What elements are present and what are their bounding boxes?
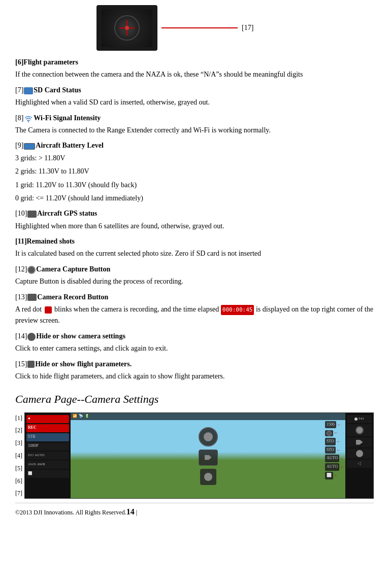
side-labels: [1] [2] [3] [4] [5] [6] [7] [15,412,22,499]
s13-header: Camera Record Button [37,293,108,301]
s9-body4: 0 grid: <= 11.20V (should land immediate… [15,193,374,204]
topbar-gps: 📡 [79,413,83,419]
ro-4: STO ← [325,446,344,454]
lp-item-6-val: AWB [37,462,45,467]
lp-item-5-val: AUTO [35,453,44,458]
footer-pipe: | [135,509,137,516]
s12-body: Capture Button is disabled during the pr… [15,276,374,287]
record-button-overlay[interactable] [199,449,218,466]
rp-settings[interactable] [347,448,372,459]
rp-back[interactable]: ◁ [347,460,372,468]
s9-prefix: [9] [15,142,23,149]
s13-body-middle: blinks when the camera is recording, and… [54,305,219,313]
footer: ©2013 DJI Innovations. All Rights Reserv… [15,503,374,518]
s10-prefix: [10] [15,210,27,217]
ro-6-label: AUTO [325,463,339,471]
s6-body: If the connection between the camera and… [15,69,374,80]
s10-header: Aircraft GPS status [37,210,97,217]
s9-body2: 2 grids: 11.30V to 11.80V [15,166,374,177]
label-2: [2] [15,426,22,435]
section-15: [15]Hide or show flight parameters. Clic… [15,359,374,383]
lp-item-1: ● [26,415,69,423]
s14-prefix: [14] [15,332,27,340]
s14-body: Click to enter camera settings, and clic… [15,343,374,354]
capture-button-inner [204,432,213,441]
right-panel: S41 ◁ [345,413,373,498]
ro-1-arrow: ← [337,421,341,428]
lp-item-3: STB [26,433,69,441]
label-5: [5] [15,464,22,473]
ro-1: 1506 ← [325,421,344,429]
settings-button-overlay[interactable] [200,469,216,485]
s13-prefix: [13] [15,293,27,301]
section-13: [13]Camera Record Button A red dot blink… [15,292,374,327]
camera-page-section: Camera Page--Camera Settings [1] [2] [3]… [15,390,374,498]
capture-button-overlay[interactable] [199,427,218,446]
lp-item-7: ⬜ [26,470,69,478]
lp-item-4: 1080P [26,442,69,451]
ro-1-label: 1506 [325,421,336,429]
lp-item-7-text: ⬜ [28,471,33,476]
battery-icon [24,143,35,150]
s13-body: A red dot blinks when the camera is reco… [15,304,374,327]
section-11: [11]Remained shots It is calculated base… [15,236,374,260]
rp-s41: S41 [359,416,364,422]
lp-item-5-text: ISO [28,453,34,458]
section-8: [8] Wi-Fi Signal Intensity The Camera is… [15,113,374,136]
rp-capture-icon [355,426,364,434]
ro-2: ← [325,429,344,436]
section-12: [12]Camera Capture Button Capture Button… [15,264,374,288]
ro-4-label: STO [325,446,336,454]
s6-header: [6]Flight parameters [15,58,78,66]
main-preview: 📶 📡 🔋 [71,413,345,499]
left-panel: ● REC STB 1080P ISOAUTO AWBAWB ⬜ [25,413,71,498]
ro-6: AUTO ← [325,463,344,471]
s8-prefix: [8] [15,114,23,122]
flight-params-icon [27,361,35,368]
s13-body-before: A red dot [15,305,42,313]
ro-2-arrow: ← [334,429,338,436]
top-section: [17] [15,5,374,51]
page-content: [17] [6]Flight parameters If the connect… [15,5,374,518]
footer-text: ©2013 DJI Innovations. All Rights Reserv… [15,509,126,516]
ro-4-arrow: ← [336,446,341,454]
label-3: [3] [15,438,22,448]
camera-dial-image [96,5,157,51]
s7-header: SD Card Status [34,86,81,94]
s9-header: Aircraft Battery Level [36,142,103,149]
rp-record-icon [356,440,363,445]
section-10: [10]Aircraft GPS status Highlighted when… [15,208,374,232]
center-controls [199,427,218,485]
ro-6-arrow: ← [340,463,344,470]
s8-body: The Camera is connected to the Range Ext… [15,125,374,136]
camera-page-title: Camera Page--Camera Settings [15,390,374,408]
wifi-icon [24,115,33,122]
lp-item-3-text: STB [28,434,36,440]
lp-item-6-text: AWB [28,462,36,467]
lp-item-6: AWBAWB [26,461,69,469]
label-7: [7] [15,489,22,498]
s10-body: Highlighted when more than 6 satellites … [15,221,374,232]
section-6: [6]Flight parameters If the connection b… [15,57,374,81]
rp-back-icon: ◁ [358,460,361,467]
s7-prefix: [7] [15,86,23,94]
section-14: [14]Hide or show camera settings Click t… [15,331,374,355]
lp-item-2: REC [26,424,69,432]
section-7: [7]SD Card Status Highlighted when a val… [15,85,374,109]
s12-header: Camera Capture Button [36,265,110,273]
ro-7: ⬜ ← [325,472,344,479]
camera-settings-image-block: [1] [2] [3] [4] [5] [6] [7] ● REC STB 10… [15,412,374,499]
sd-card-icon [24,87,33,94]
ro-7-arrow: ← [334,472,338,479]
lp-item-2-text: REC [28,425,37,431]
rp-top: S41 [347,415,372,423]
rp-capture[interactable] [347,424,372,436]
settings-icon-shape [204,473,212,481]
rp-wifi [354,418,358,421]
rp-settings-icon [356,450,363,457]
rp-record[interactable] [347,437,372,447]
footer-page: 14 [126,507,135,516]
s9-body3: 1 grid: 11.20V to 11.30V (should fly bac… [15,180,374,191]
bracket-17-label: [17] [242,22,253,33]
s7-body: Highlighted when a valid SD card is inse… [15,97,374,108]
